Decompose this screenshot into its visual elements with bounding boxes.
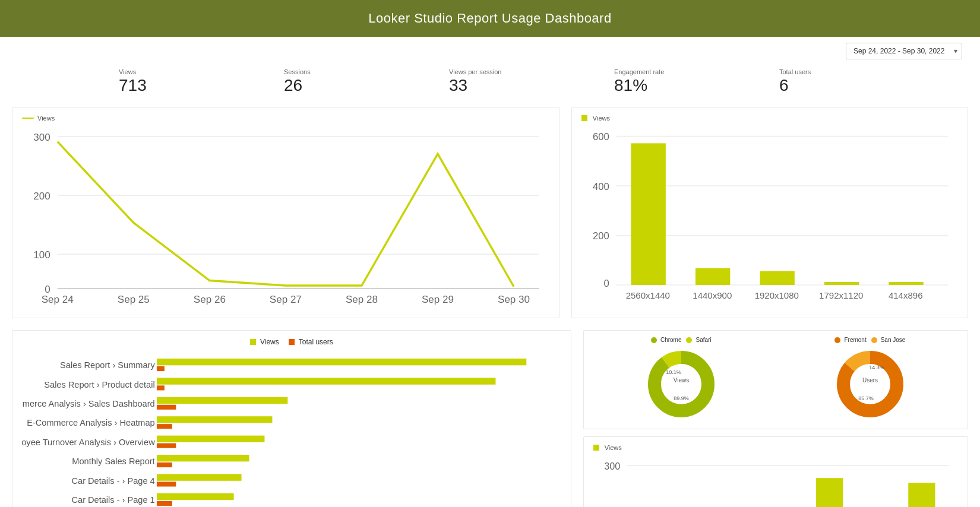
metric-er-value: 81% [614, 77, 647, 95]
donuts-box: Chrome Safari [583, 330, 968, 429]
safari-dot [686, 337, 692, 343]
svg-text:600: 600 [593, 131, 609, 142]
day-bar-chart-label: Views [605, 444, 622, 451]
day-bar-legend-square [593, 445, 599, 451]
svg-text:E-Commerce Analysis › Sales Da: E-Commerce Analysis › Sales Dashboard [22, 399, 155, 408]
bar-row-4-views [157, 436, 265, 442]
bar-thursday [816, 478, 843, 507]
metrics-row: Views 713 Sessions 26 Views per session … [0, 62, 980, 101]
svg-text:2560x1440: 2560x1440 [626, 290, 670, 300]
svg-text:Sep 27: Sep 27 [270, 294, 302, 305]
svg-text:Car Details - › Page 1: Car Details - › Page 1 [72, 495, 155, 505]
date-range-select[interactable]: Sep 24, 2022 - Sep 30, 2022 [846, 43, 962, 59]
svg-text:Employee Turnover Analysis › O: Employee Turnover Analysis › Overview [22, 438, 155, 447]
legend-chrome: Chrome [651, 337, 682, 343]
legend-views-square [250, 339, 256, 345]
svg-text:1792x1120: 1792x1120 [819, 290, 863, 300]
metric-tu-label: Total users [779, 68, 811, 75]
bar-row-5-views [157, 455, 249, 461]
metric-vps-label: Views per session [449, 68, 501, 75]
svg-text:300: 300 [33, 132, 50, 143]
date-range-wrapper[interactable]: Sep 24, 2022 - Sep 30, 2022 [846, 43, 962, 59]
line-chart-title: Views [22, 115, 549, 122]
bar-row-3-views [157, 416, 272, 423]
donut-views-container: Chrome Safari [590, 337, 773, 423]
chrome-label: Chrome [660, 337, 682, 343]
top-bar: Sep 24, 2022 - Sep 30, 2022 [0, 37, 980, 62]
svg-text:14.3%: 14.3% [869, 365, 884, 370]
charts-row-2: Views Total users 0 5 10 15 20 25 30 3 [0, 324, 980, 507]
donut-views-center-label: Views [674, 377, 690, 384]
svg-text:414x896: 414x896 [889, 290, 923, 300]
line-chart-polyline [58, 141, 514, 286]
donut-views-svg: Views 10.1% 89.9% [643, 346, 720, 423]
day-bar-chart-box: Views 300 200 100 0 [583, 436, 968, 507]
svg-text:Car Details - › Page 4: Car Details - › Page 4 [72, 476, 155, 486]
svg-text:400: 400 [593, 181, 609, 192]
bar-2560x1440 [631, 143, 665, 285]
donut-users-legend: Fremont San Jose [834, 337, 905, 343]
charts-row-1: Views 300 200 100 0 Sep 24 [0, 101, 980, 324]
svg-text:Sales Report › Summary: Sales Report › Summary [60, 360, 155, 370]
metric-sessions-label: Sessions [284, 68, 311, 75]
bar-row-7-users [157, 501, 172, 506]
line-chart-legend-dot [22, 118, 34, 119]
bar-row-7-views [157, 493, 234, 500]
donut-users-center-label: Users [862, 377, 878, 384]
fremont-dot [834, 337, 840, 343]
day-bar-chart-svg: 300 200 100 0 [593, 456, 958, 507]
svg-text:10.1%: 10.1% [666, 369, 681, 375]
bar-row-2-views [157, 397, 287, 404]
horiz-bar-chart-box: Views Total users 0 5 10 15 20 25 30 3 [12, 330, 571, 507]
metric-engagement-rate: Engagement rate 81% [602, 68, 767, 95]
bar-row-6-users [157, 482, 176, 487]
horiz-legend-users: Total users [289, 338, 333, 346]
legend-safari: Safari [686, 337, 711, 343]
screen-bar-chart-box: Views 600 400 200 0 [571, 107, 968, 318]
donut-row: Chrome Safari [590, 337, 962, 423]
svg-text:Sep 30: Sep 30 [498, 294, 530, 305]
bar-row-3-users [157, 424, 172, 429]
sanjose-dot [871, 337, 877, 343]
bar-1440x900 [696, 268, 730, 284]
svg-text:Sep 26: Sep 26 [194, 294, 226, 305]
svg-text:300: 300 [604, 461, 620, 471]
screen-bar-chart-title: Views [581, 115, 958, 122]
bar-row-1-users [157, 385, 165, 390]
bar-row-6-views [157, 474, 242, 481]
metric-sessions-value: 26 [284, 77, 302, 95]
svg-text:100: 100 [33, 249, 50, 261]
donut-users-svg: Users 14.3% 85.7% [832, 346, 909, 423]
svg-text:Sep 25: Sep 25 [118, 294, 150, 305]
donut-users-container: Fremont San Jose [779, 337, 962, 423]
svg-text:200: 200 [593, 230, 609, 242]
metric-er-label: Engagement rate [614, 68, 664, 75]
svg-text:1440x900: 1440x900 [693, 290, 732, 300]
metric-vps-value: 33 [449, 77, 467, 95]
screen-bar-legend-square [581, 115, 587, 121]
bar-saturday [908, 483, 935, 507]
right-charts-column: Chrome Safari [583, 330, 968, 507]
bar-414x896 [889, 282, 923, 285]
svg-text:89.9%: 89.9% [674, 395, 689, 401]
horiz-legend-views: Views [250, 338, 279, 346]
metric-views-label: Views [119, 68, 136, 75]
metric-sessions: Sessions 26 [272, 68, 437, 95]
sanjose-label: San Jose [881, 337, 906, 343]
bar-row-0-views [157, 359, 526, 365]
bar-row-4-users [157, 443, 176, 448]
bar-1920x1080 [760, 271, 794, 284]
donut-views-legend: Chrome Safari [651, 337, 712, 343]
bar-row-5-users [157, 462, 172, 467]
metric-tu-value: 6 [779, 77, 789, 95]
horiz-bar-legend: Views Total users [22, 338, 561, 346]
legend-views-label: Views [260, 338, 279, 346]
svg-text:85.7%: 85.7% [858, 395, 874, 401]
day-bar-chart-title: Views [593, 444, 958, 451]
chrome-dot [651, 337, 657, 343]
dashboard-header: Looker Studio Report Usage Dashboard [0, 0, 980, 37]
legend-fremont: Fremont [834, 337, 866, 343]
svg-text:200: 200 [33, 191, 50, 202]
svg-text:Sales Report › Product detail: Sales Report › Product detail [44, 380, 154, 389]
bar-1792x1120 [824, 282, 859, 285]
